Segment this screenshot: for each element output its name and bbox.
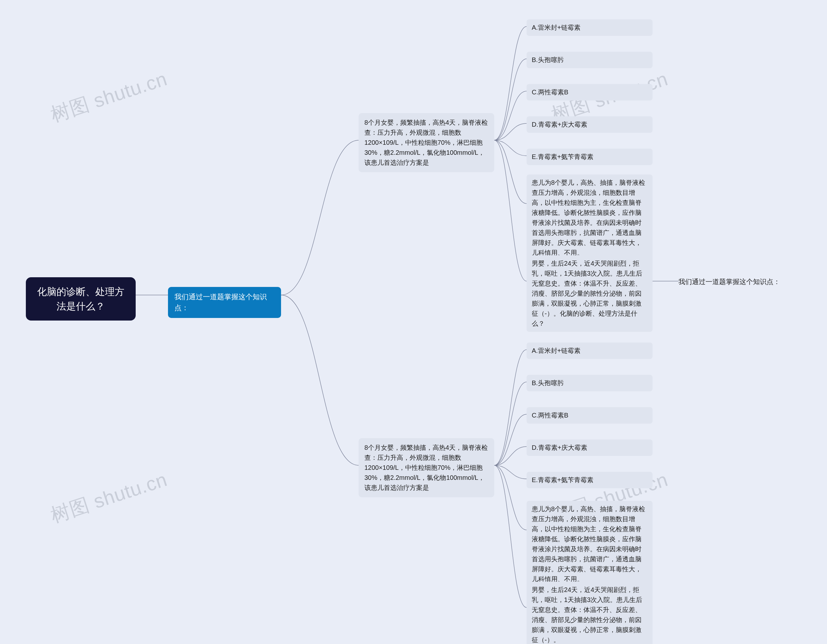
option-c-2[interactable]: C.两性霉素B (527, 407, 652, 424)
watermark: 树图 shutu.cn (47, 66, 170, 128)
mindmap-canvas: 树图 shutu.cn 树图 shutu.cn 树图 shutu.cn 树图 s… (0, 0, 827, 644)
watermark: 树图 shutu.cn (47, 467, 170, 529)
connector-lines (0, 0, 827, 644)
knowledge-point-node[interactable]: 我们通过一道题掌握这个知识点： (168, 287, 281, 318)
followup-node-1[interactable]: 男婴，生后24天，近4天哭闹剧烈，拒乳，呕吐，1天抽搐3次入院。患儿生后无窒息史… (527, 255, 652, 332)
followup-node-2[interactable]: 男婴，生后24天，近4天哭闹剧烈，拒乳，呕吐，1天抽搐3次入院。患儿生后无窒息史… (527, 581, 652, 644)
explanation-node-1[interactable]: 患儿为8个婴儿，高热、抽搐，脑脊液检查压力增高，外观混浊，细胞数目增高，以中性粒… (527, 175, 652, 261)
explanation-node-2[interactable]: 患儿为8个婴儿，高热、抽搐，脑脊液检查压力增高，外观混浊，细胞数目增高，以中性粒… (527, 501, 652, 588)
question-node-1[interactable]: 8个月女婴，频繁抽搐，高热4天，脑脊液检查：压力升高，外观微混，细胞数1200×… (359, 113, 494, 172)
option-a-2[interactable]: A.雷米封+链霉素 (527, 342, 652, 359)
option-d-1[interactable]: D.青霉素+庆大霉素 (527, 116, 652, 133)
option-e-2[interactable]: E.青霉素+氨苄青霉素 (527, 472, 652, 488)
option-d-2[interactable]: D.青霉素+庆大霉素 (527, 439, 652, 456)
root-node[interactable]: 化脑的诊断、处理方法是什么？ (26, 277, 136, 320)
option-a-1[interactable]: A.雷米封+链霉素 (527, 19, 652, 36)
option-e-1[interactable]: E.青霉素+氨苄青霉素 (527, 148, 652, 165)
question-node-2[interactable]: 8个月女婴，频繁抽搐，高热4天，脑脊液检查：压力升高，外观微混，细胞数1200×… (359, 438, 494, 497)
option-b-2[interactable]: B.头孢噻肟 (527, 375, 652, 391)
option-c-1[interactable]: C.两性霉素B (527, 84, 652, 100)
right-knowledge-label[interactable]: 我们通过一道题掌握这个知识点： (679, 277, 780, 286)
option-b-1[interactable]: B.头孢噻肟 (527, 52, 652, 68)
